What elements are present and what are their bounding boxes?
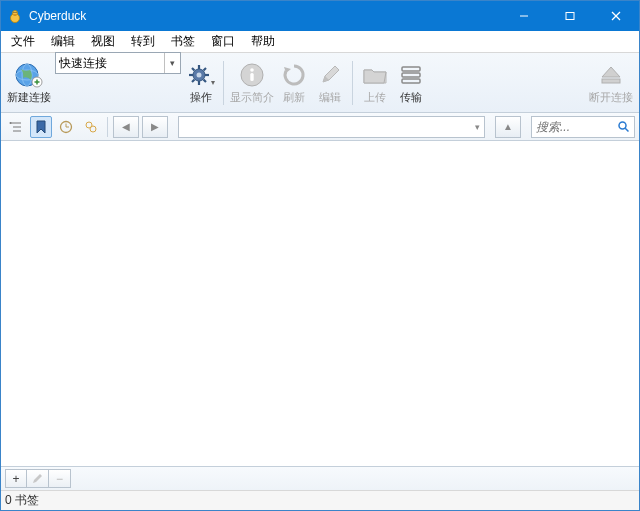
quick-connect-combo[interactable]: ▾ — [55, 52, 181, 74]
nav-separator — [107, 117, 108, 137]
svg-line-41 — [625, 128, 628, 131]
path-dropdown[interactable]: ▾ — [178, 116, 485, 138]
quick-connect-input[interactable] — [56, 56, 164, 70]
svg-rect-5 — [566, 13, 574, 20]
transfer-icon — [395, 61, 427, 89]
svg-rect-29 — [402, 79, 420, 83]
toolbar-separator — [352, 61, 353, 105]
new-connection-label: 新建连接 — [7, 90, 51, 105]
refresh-button[interactable]: 刷新 — [278, 56, 310, 109]
window-title: Cyberduck — [29, 9, 86, 23]
action-button[interactable]: 操作 — [185, 56, 217, 109]
svg-rect-27 — [402, 67, 420, 71]
gear-icon — [185, 61, 217, 89]
svg-line-23 — [204, 68, 207, 71]
globe-icon — [13, 61, 45, 89]
navbar: ◀ ▶ ▾ ▲ — [1, 113, 639, 141]
search-box[interactable] — [531, 116, 635, 138]
svg-point-2 — [13, 12, 14, 13]
view-history-button[interactable] — [55, 116, 77, 138]
svg-point-34 — [10, 122, 12, 124]
disconnect-button[interactable]: 断开连接 — [589, 56, 633, 109]
svg-point-15 — [197, 72, 202, 77]
remove-bookmark-button[interactable]: − — [49, 469, 71, 488]
upload-label: 上传 — [364, 90, 386, 105]
menubar: 文件 编辑 视图 转到 书签 窗口 帮助 — [1, 31, 639, 53]
disconnect-label: 断开连接 — [589, 90, 633, 105]
app-icon — [7, 8, 23, 24]
info-button[interactable]: 显示简介 — [230, 56, 274, 109]
edit-bookmark-button[interactable] — [27, 469, 49, 488]
toolbar: 新建连接 ▾ 操作 显示简介 刷新 — [1, 53, 639, 113]
info-icon — [236, 61, 268, 89]
eject-icon — [595, 61, 627, 89]
status-text: 0 书签 — [5, 492, 39, 509]
menu-goto[interactable]: 转到 — [123, 31, 163, 52]
info-label: 显示简介 — [230, 90, 274, 105]
transfer-label: 传输 — [400, 90, 422, 105]
svg-line-21 — [204, 79, 207, 82]
edit-button[interactable]: 编辑 — [314, 56, 346, 109]
svg-point-25 — [250, 68, 254, 72]
action-label: 操作 — [190, 90, 212, 105]
nav-back-button[interactable]: ◀ — [113, 116, 139, 138]
menu-bookmarks[interactable]: 书签 — [163, 31, 203, 52]
transfer-button[interactable]: 传输 — [395, 56, 427, 109]
svg-point-3 — [15, 12, 16, 13]
add-bookmark-button[interactable]: + — [5, 469, 27, 488]
refresh-icon — [278, 61, 310, 89]
chevron-down-icon[interactable]: ▾ — [164, 53, 180, 73]
svg-rect-30 — [602, 79, 620, 83]
view-outline-button[interactable] — [5, 116, 27, 138]
nav-forward-button[interactable]: ▶ — [142, 116, 168, 138]
minimize-button[interactable] — [501, 1, 547, 31]
svg-point-40 — [619, 122, 626, 129]
status-bar: 0 书签 — [1, 490, 639, 510]
folder-upload-icon — [359, 61, 391, 89]
menu-edit[interactable]: 编辑 — [43, 31, 83, 52]
svg-rect-26 — [250, 73, 253, 81]
menu-window[interactable]: 窗口 — [203, 31, 243, 52]
svg-line-22 — [192, 79, 195, 82]
svg-rect-28 — [402, 73, 420, 77]
search-icon — [617, 120, 630, 133]
menu-help[interactable]: 帮助 — [243, 31, 283, 52]
maximize-button[interactable] — [547, 1, 593, 31]
search-input[interactable] — [536, 120, 614, 134]
toolbar-separator — [223, 61, 224, 105]
content-area[interactable] — [1, 141, 639, 466]
svg-line-20 — [192, 68, 195, 71]
bottom-bar: + − — [1, 466, 639, 490]
view-bonjour-button[interactable] — [80, 116, 102, 138]
svg-point-39 — [90, 126, 96, 132]
pencil-icon — [314, 61, 346, 89]
refresh-label: 刷新 — [283, 90, 305, 105]
titlebar: Cyberduck — [1, 1, 639, 31]
nav-up-button[interactable]: ▲ — [495, 116, 521, 138]
upload-button[interactable]: 上传 — [359, 56, 391, 109]
menu-view[interactable]: 视图 — [83, 31, 123, 52]
edit-label: 编辑 — [319, 90, 341, 105]
menu-file[interactable]: 文件 — [3, 31, 43, 52]
view-bookmarks-button[interactable] — [30, 116, 52, 138]
close-button[interactable] — [593, 1, 639, 31]
new-connection-button[interactable]: 新建连接 — [7, 56, 51, 109]
